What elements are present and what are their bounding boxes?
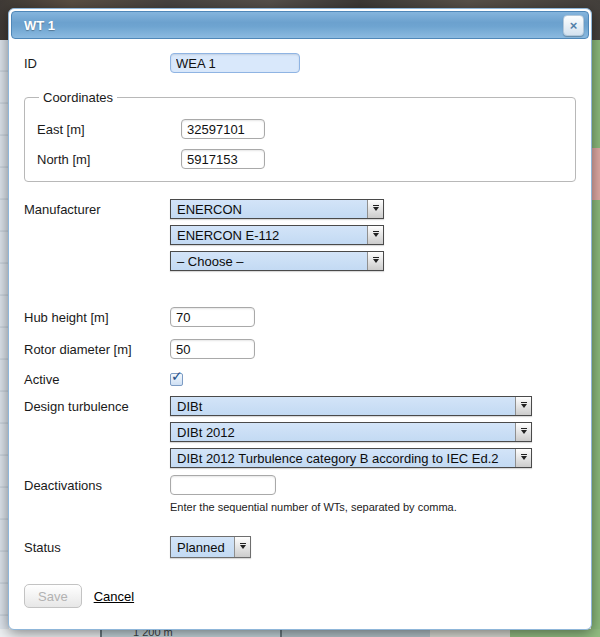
deactivations-hint: Enter the sequential number of WTs, sepa… — [170, 501, 576, 513]
manufacturer-label: Manufacturer — [24, 199, 170, 217]
map-scale-bar — [280, 629, 430, 637]
manufacturer-variant-select-value: – Choose – — [171, 252, 367, 270]
active-label: Active — [24, 372, 170, 387]
hub-height-row: Hub height [m] — [24, 307, 576, 327]
north-label: North [m] — [37, 152, 181, 167]
map-strip — [430, 629, 510, 637]
status-select-value: Planned — [171, 537, 234, 557]
deactivations-input[interactable] — [170, 475, 276, 495]
coordinates-fieldset: Coordinates East [m] North [m] — [24, 90, 576, 182]
chevron-down-icon[interactable] — [367, 200, 383, 218]
map-strip — [510, 629, 600, 637]
deactivations-row: Deactivations — [24, 475, 576, 495]
id-row: ID — [24, 53, 576, 73]
dialog-footer: Save Cancel — [24, 584, 576, 608]
hub-height-label: Hub height [m] — [24, 310, 170, 325]
save-button[interactable]: Save — [24, 584, 82, 608]
dialog-header[interactable]: WT 1 × — [11, 11, 589, 39]
chevron-down-icon[interactable] — [367, 252, 383, 270]
dialog-title: WT 1 — [12, 18, 55, 33]
design-turbulence-selects: DIBt DIBt 2012 DIBt 2012 Turbulence cate… — [170, 396, 532, 468]
id-label: ID — [24, 56, 170, 71]
active-checkbox[interactable]: ✓ — [170, 373, 183, 386]
north-input[interactable] — [181, 149, 265, 169]
active-row: Active ✓ — [24, 372, 576, 387]
manufacturer-type-select-value: ENERCON E-112 — [171, 226, 367, 244]
turbulence-category-value: DIBt 2012 Turbulence category B accordin… — [171, 449, 515, 467]
turbulence-standard-select[interactable]: DIBt — [170, 396, 532, 416]
status-label: Status — [24, 540, 170, 555]
rotor-diameter-input[interactable] — [170, 339, 255, 359]
map-scale-bar — [100, 629, 280, 637]
design-turbulence-row: Design turbulence DIBt DIBt 2012 DIBt 20… — [24, 396, 576, 468]
dialog-body: ID Coordinates East [m] North [m] Manufa… — [11, 39, 589, 608]
id-input[interactable] — [170, 53, 300, 73]
rotor-diameter-row: Rotor diameter [m] — [24, 339, 576, 359]
map-road-segment — [591, 148, 600, 200]
coordinates-legend: Coordinates — [39, 90, 117, 105]
cancel-link[interactable]: Cancel — [94, 589, 134, 604]
deactivations-label: Deactivations — [24, 478, 170, 493]
design-turbulence-label: Design turbulence — [24, 396, 170, 414]
turbulence-edition-select[interactable]: DIBt 2012 — [170, 422, 532, 442]
map-background-right — [591, 40, 600, 637]
wt-dialog: WT 1 × ID Coordinates East [m] North [m]… — [8, 8, 592, 630]
rotor-diameter-label: Rotor diameter [m] — [24, 342, 170, 357]
chevron-down-icon[interactable] — [234, 537, 250, 557]
turbulence-edition-value: DIBt 2012 — [171, 423, 515, 441]
turbulence-category-select[interactable]: DIBt 2012 Turbulence category B accordin… — [170, 448, 532, 468]
chevron-down-icon[interactable] — [515, 449, 531, 467]
east-label: East [m] — [37, 122, 181, 137]
north-row: North [m] — [37, 149, 563, 169]
status-select[interactable]: Planned — [170, 536, 251, 558]
map-background-bottom — [0, 629, 600, 637]
turbulence-standard-value: DIBt — [171, 397, 515, 415]
check-icon: ✓ — [171, 368, 183, 384]
hub-height-input[interactable] — [170, 307, 255, 327]
chevron-down-icon[interactable] — [367, 226, 383, 244]
status-row: Status Planned — [24, 536, 576, 558]
manufacturer-row: Manufacturer ENERCON ENERCON E-112 – Cho… — [24, 199, 576, 271]
manufacturer-select[interactable]: ENERCON — [170, 199, 384, 219]
manufacturer-variant-select[interactable]: – Choose – — [170, 251, 384, 271]
close-icon[interactable]: × — [563, 15, 584, 36]
manufacturer-select-value: ENERCON — [171, 200, 367, 218]
manufacturer-selects: ENERCON ENERCON E-112 – Choose – — [170, 199, 384, 271]
chevron-down-icon[interactable] — [515, 423, 531, 441]
east-row: East [m] — [37, 119, 563, 139]
east-input[interactable] — [181, 119, 265, 139]
manufacturer-type-select[interactable]: ENERCON E-112 — [170, 225, 384, 245]
chevron-down-icon[interactable] — [515, 397, 531, 415]
map-strip — [0, 629, 100, 637]
